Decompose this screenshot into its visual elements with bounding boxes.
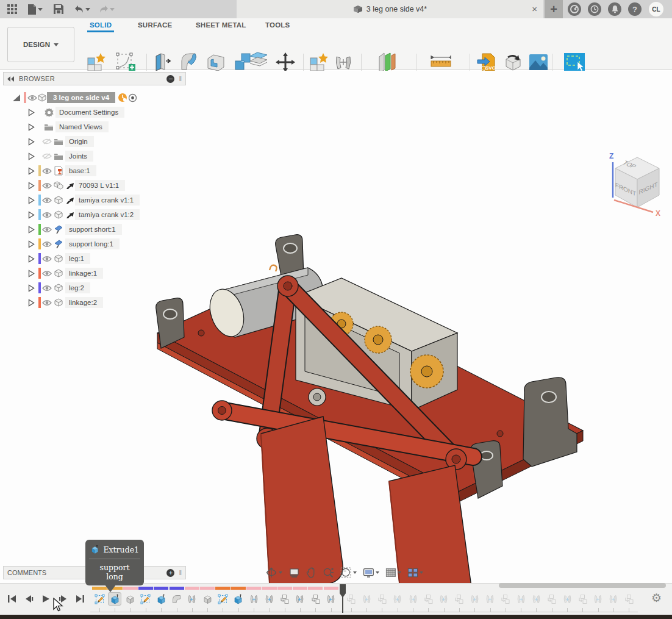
playback-go-to-start-button[interactable] (5, 592, 18, 606)
timeline-rolled-copy-2[interactable] (375, 592, 388, 606)
visibility-eye-icon[interactable] (42, 283, 52, 293)
timeline-feature-copy-12[interactable] (278, 592, 291, 606)
root-component-label[interactable]: 3 leg one side v4 (47, 92, 115, 103)
component-label[interactable]: 70093 L v1:1 (75, 180, 125, 191)
view-cube[interactable]: TOP FRONT RIGHT Z X (601, 149, 669, 217)
timeline-rolled-copy-5[interactable] (421, 592, 435, 606)
playback-step-back-button[interactable] (22, 592, 35, 606)
timeline-rolled-joint-14[interactable] (560, 592, 574, 606)
expand-arrow-icon[interactable] (26, 107, 36, 117)
browser-row-linkage-2[interactable]: linkage:2 (3, 295, 186, 310)
tab-surface[interactable]: SURFACE (138, 21, 172, 29)
expand-arrow-icon[interactable] (26, 254, 36, 263)
component-label[interactable]: leg:2 (65, 282, 90, 293)
browser-row-tamiya-crank-v1-1[interactable]: tamiya crank v1:1 (3, 193, 186, 207)
fit-icon[interactable] (338, 566, 359, 579)
timeline-feature-body-7[interactable] (201, 592, 214, 606)
timeline-rolled-copy-10[interactable] (499, 592, 512, 606)
timeline-rolled-joint-11[interactable] (514, 592, 527, 606)
model-bracket-right[interactable] (523, 377, 577, 467)
visibility-eye-icon[interactable] (42, 210, 52, 220)
undo-caret[interactable] (85, 8, 90, 11)
timeline-feature-extrude-9[interactable] (232, 592, 245, 606)
redo-caret[interactable] (110, 8, 115, 11)
browser-row-leg-1[interactable]: leg:1 (3, 251, 186, 266)
component-label[interactable]: linkage:1 (65, 268, 103, 279)
browser-row-document-settings[interactable]: Document Settings (3, 105, 186, 120)
component-label[interactable]: Named Views (55, 121, 109, 132)
split-body-icon[interactable] (246, 48, 271, 72)
browser-row-70093-l-v1-1[interactable]: 70093 L v1:1 (3, 178, 186, 193)
expand-arrow-icon[interactable] (26, 298, 36, 307)
panel-grip-icon[interactable]: ‖ (179, 75, 182, 82)
timeline-feature-sketch-8[interactable] (216, 592, 229, 606)
save-icon[interactable] (51, 2, 66, 16)
workspace-selector[interactable]: DESIGN (7, 27, 74, 62)
viewports-icon[interactable] (406, 567, 425, 579)
timeline-settings-gear-icon[interactable]: ⚙ (651, 591, 662, 605)
redo-icon[interactable] (96, 2, 111, 16)
browser-row-tamiya-crank-v1-2[interactable]: tamiya crank v1:2 (3, 207, 186, 222)
playback-play-button[interactable] (39, 592, 52, 606)
timeline-feature-extrude-1[interactable] (108, 592, 121, 606)
browser-row-leg-2[interactable]: leg:2 (3, 281, 186, 295)
comments-expand-icon[interactable]: + (166, 569, 174, 577)
component-label[interactable]: tamiya crank v1:2 (75, 209, 140, 220)
timeline-rolled-joint-6[interactable] (437, 592, 451, 606)
visibility-eye-icon[interactable] (42, 166, 52, 176)
browser-row-named-views[interactable]: Named Views (3, 120, 186, 134)
app-grid-icon[interactable] (5, 2, 20, 16)
expand-arrow-icon[interactable] (26, 239, 36, 249)
expand-arrow-icon[interactable] (26, 224, 36, 234)
timeline-feature-sketch-0[interactable] (93, 592, 106, 606)
timeline-rolled-joint-12[interactable] (529, 592, 543, 606)
timeline-rolled-joint-17[interactable] (607, 592, 620, 606)
browser-row-base-1[interactable]: base:1 (3, 163, 186, 178)
help-icon[interactable]: ? (628, 2, 642, 16)
component-label[interactable]: leg:1 (65, 253, 90, 264)
model-gearbox[interactable] (296, 278, 457, 410)
extensions-icon[interactable] (568, 2, 581, 16)
component-label[interactable]: tamiya crank v1:1 (75, 195, 140, 206)
visibility-eye-icon[interactable] (27, 93, 37, 102)
timeline-feature-copy-14[interactable] (309, 592, 322, 606)
timeline-rolled-copy-15[interactable] (576, 592, 589, 606)
timeline-feature-extrude-4[interactable] (154, 592, 168, 606)
playback-go-to-end-button[interactable] (73, 592, 87, 606)
browser-row-root[interactable]: 3 leg one side v4 (3, 90, 186, 105)
timeline-feature-joint-6[interactable] (185, 592, 199, 606)
expand-arrow-icon[interactable] (26, 151, 36, 161)
timeline-rolled-joint-3[interactable] (391, 592, 404, 606)
file-menu-icon[interactable] (24, 2, 39, 16)
notifications-bell-icon[interactable] (608, 2, 621, 16)
visibility-eye-icon[interactable] (42, 224, 52, 234)
timeline-feature-joint-11[interactable] (262, 592, 276, 606)
activate-component-radio[interactable] (127, 93, 137, 102)
component-label[interactable]: base:1 (65, 165, 96, 176)
playback-step-forward-button[interactable] (56, 592, 70, 606)
visibility-eye-icon[interactable] (42, 239, 52, 249)
sync-status-icon[interactable] (118, 93, 127, 102)
timeline-scrollbar[interactable] (499, 583, 666, 588)
expand-arrow-icon[interactable] (26, 268, 36, 278)
browser-header[interactable]: BROWSER – ‖ (3, 72, 186, 85)
document-tab[interactable]: 3 leg one side v4* × (237, 0, 543, 18)
timeline-feature-fillet-5[interactable] (170, 592, 184, 606)
timeline-rolled-copy-7[interactable] (452, 592, 466, 606)
timeline-rolled-joint-1[interactable] (360, 592, 373, 606)
timeline-rolled-copy-18[interactable] (622, 592, 635, 606)
browser-row-support-long-1[interactable]: support long:1 (3, 237, 186, 251)
visibility-eye-icon[interactable] (42, 181, 52, 190)
visibility-eye-icon[interactable] (42, 268, 52, 278)
timeline-rolled-joint-8[interactable] (468, 592, 481, 606)
comments-grip-icon[interactable]: ‖ (179, 569, 182, 576)
expand-arrow-icon[interactable] (26, 166, 36, 176)
timeline-rolled-copy-13[interactable] (545, 592, 559, 606)
browser-row-linkage-1[interactable]: linkage:1 (3, 266, 186, 281)
tab-tools[interactable]: TOOLS (265, 21, 290, 29)
timeline-feature-sketch-3[interactable] (139, 592, 152, 606)
expand-arrow-icon[interactable] (26, 181, 36, 190)
user-avatar[interactable]: CL (649, 2, 663, 16)
expand-arrow-icon[interactable] (26, 137, 36, 146)
timeline-rolled-joint-9[interactable] (484, 592, 497, 606)
